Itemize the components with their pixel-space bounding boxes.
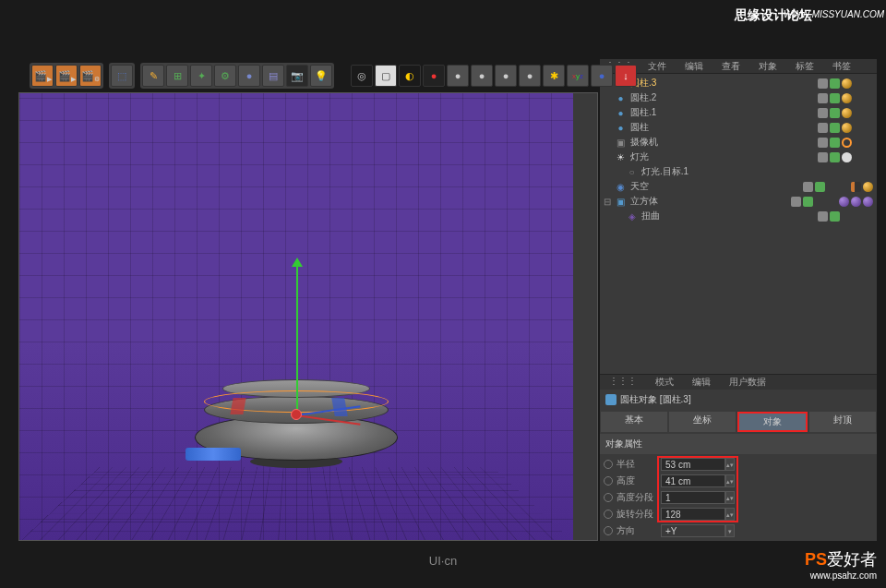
object-tag[interactable] (818, 211, 828, 222)
contrast-icon[interactable]: ◐ (399, 65, 421, 87)
sphere-icon[interactable]: ● (238, 65, 260, 87)
dropdown[interactable]: ▾ (725, 524, 735, 537)
object-tag[interactable] (815, 182, 825, 192)
object-tag[interactable] (818, 108, 828, 118)
object-tag[interactable] (851, 182, 861, 192)
object-tag[interactable] (818, 123, 828, 133)
obj-tab-bookmark[interactable]: 书签 (823, 59, 860, 73)
bullet-icon[interactable] (604, 460, 613, 469)
bullet-icon[interactable] (604, 493, 613, 502)
obj-tab-tag[interactable]: 标签 (786, 59, 823, 73)
gear-icon[interactable]: ⚙ (214, 65, 236, 87)
bullet-icon[interactable] (604, 510, 613, 519)
subtab-coord[interactable]: 坐标 (669, 412, 736, 432)
sphere-gray-1[interactable]: ● (447, 65, 469, 87)
sphere-gray-4[interactable]: ● (519, 65, 541, 87)
object-tag[interactable] (851, 197, 861, 207)
object-row[interactable]: ◈扭曲 (604, 209, 873, 223)
object-tag[interactable] (839, 197, 849, 207)
object-row[interactable]: ▣摄像机 (604, 135, 873, 150)
height-input[interactable] (661, 474, 725, 487)
obj-tab-edit[interactable]: 编辑 (676, 59, 712, 73)
object-name[interactable]: 圆柱 (630, 121, 818, 134)
attr-tab-edit[interactable]: 编辑 (683, 375, 720, 390)
hseg-input[interactable] (661, 491, 725, 504)
object-name[interactable]: 灯光 (630, 150, 818, 163)
object-name[interactable]: 立方体 (630, 195, 791, 208)
object-tag[interactable] (863, 197, 873, 207)
pencil-icon[interactable]: ✎ (142, 65, 164, 87)
object-row[interactable]: ●圆柱.3 (604, 76, 873, 90)
record-icon[interactable]: ● (423, 65, 445, 87)
object-row[interactable]: ●圆柱.1 (604, 105, 873, 120)
object-name[interactable]: 灯光.目标.1 (641, 165, 818, 178)
object-row[interactable]: ●圆柱.2 (604, 90, 873, 105)
object-tag[interactable] (818, 78, 828, 89)
object-row[interactable]: ◉天空 (604, 179, 873, 194)
object-tag[interactable] (830, 93, 840, 103)
sphere-gray-2[interactable]: ● (471, 65, 493, 87)
viewport[interactable] (18, 92, 598, 541)
object-tag[interactable] (830, 108, 840, 118)
axis-origin[interactable] (291, 409, 302, 420)
object-name[interactable]: 圆柱.1 (630, 106, 818, 119)
object-tag[interactable] (830, 152, 840, 162)
clapper-2-icon[interactable]: 🎬▶ (55, 65, 78, 87)
object-tag[interactable] (842, 93, 852, 103)
object-tag[interactable] (818, 138, 828, 148)
clapper-gear-icon[interactable]: 🎬⚙ (79, 65, 102, 87)
object-tag[interactable] (791, 197, 801, 207)
axis-icon[interactable]: xyz (567, 65, 589, 87)
attr-tab-userdata[interactable]: 用户数据 (720, 375, 775, 390)
object-tag[interactable] (803, 197, 813, 207)
obj-tab-object[interactable]: 对象 (749, 59, 786, 73)
subtab-basic[interactable]: 基本 (601, 412, 667, 432)
object-name[interactable]: 摄像机 (630, 136, 818, 149)
object-name[interactable]: 圆柱.2 (630, 91, 818, 104)
object-name[interactable]: 天空 (630, 180, 803, 193)
obj-tab-file[interactable]: 文件 (639, 59, 676, 73)
spinner[interactable]: ▴▾ (725, 491, 735, 504)
blue-sphere-icon[interactable]: ● (591, 65, 613, 87)
object-row[interactable]: ○灯光.目标.1 (604, 164, 873, 179)
object-tag[interactable] (818, 93, 828, 103)
rseg-input[interactable] (661, 508, 725, 521)
attr-menu-icon[interactable]: ⋮⋮⋮ (600, 375, 646, 390)
camera-icon[interactable]: 📷 (286, 65, 308, 87)
object-row[interactable]: ⊟▣立方体 (604, 194, 873, 209)
light-icon[interactable]: 💡 (310, 65, 332, 87)
spinner[interactable]: ▴▾ (725, 474, 735, 487)
object-tag[interactable] (842, 123, 852, 133)
object-row[interactable]: ●圆柱 (604, 120, 873, 135)
direction-select[interactable] (661, 524, 725, 537)
object-tag[interactable] (803, 182, 813, 192)
object-tag[interactable] (818, 152, 828, 162)
layers-icon[interactable]: ▤ (262, 65, 284, 87)
axis-y[interactable] (296, 259, 298, 416)
target-icon[interactable]: ◎ (351, 65, 373, 87)
object-tag[interactable] (842, 152, 852, 162)
object-tag[interactable] (863, 182, 873, 192)
subtab-cap[interactable]: 封顶 (809, 412, 876, 432)
spinner[interactable]: ▴▾ (725, 508, 735, 521)
object-tag[interactable] (830, 211, 840, 222)
clapper-1-icon[interactable]: 🎬▶ (31, 65, 54, 87)
window-icon[interactable]: ▢ (375, 65, 397, 87)
radius-input[interactable] (661, 458, 725, 471)
red-arrow-icon[interactable]: ↓ (615, 65, 637, 87)
object-tag[interactable] (830, 78, 840, 89)
object-name[interactable]: 圆柱.3 (630, 77, 818, 90)
object-tag[interactable] (842, 78, 852, 89)
sphere-gray-3[interactable]: ● (495, 65, 517, 87)
axis-scale-handle[interactable] (186, 448, 241, 461)
object-name[interactable]: 扭曲 (641, 210, 818, 222)
nodes-icon[interactable]: ⊞ (166, 65, 188, 87)
cube-icon[interactable]: ⬚ (111, 65, 133, 87)
object-tag[interactable] (842, 138, 852, 148)
object-row[interactable]: ☀灯光 (604, 150, 873, 164)
object-tag[interactable] (830, 123, 840, 133)
person-icon[interactable]: ✱ (543, 65, 565, 87)
attr-tab-mode[interactable]: 模式 (646, 375, 683, 390)
subtab-object[interactable]: 对象 (737, 412, 808, 432)
spinner[interactable]: ▴▾ (725, 458, 735, 471)
